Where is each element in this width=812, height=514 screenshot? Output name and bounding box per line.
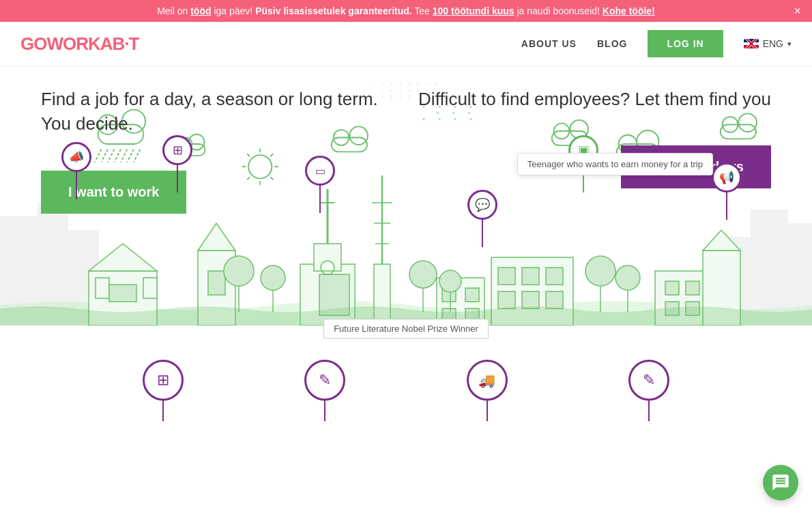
profile-card-2[interactable]: ✎ — [304, 360, 345, 421]
svg-rect-68 — [498, 291, 515, 309]
svg-rect-42 — [96, 278, 109, 298]
login-button[interactable]: LOG IN — [648, 30, 723, 57]
profile-card-4[interactable]: ✎ — [628, 360, 669, 421]
pin-grid-icon: ⊞ — [162, 135, 192, 192]
svg-rect-67 — [546, 268, 563, 285]
svg-rect-61 — [465, 288, 479, 302]
svg-rect-65 — [498, 268, 515, 285]
banner-link-jobs[interactable]: tööd — [190, 5, 211, 16]
profile-icon-2: ✎ — [304, 360, 345, 401]
pin-speaker-icon: 📢 — [712, 162, 742, 220]
svg-point-82 — [409, 261, 437, 288]
svg-rect-69 — [522, 291, 539, 309]
svg-point-80 — [261, 266, 285, 290]
profile-cards-row: ⊞ ✎ 🚚 ✎ — [0, 339, 812, 428]
chevron-down-icon: ▾ — [787, 40, 792, 48]
banner-close-button[interactable]: × — [794, 4, 801, 18]
banner-link-hours[interactable]: 100 töötundi kuus — [433, 5, 514, 16]
top-banner: Meil on tööd iga päev! Püsiv lisasissetu… — [0, 0, 812, 22]
svg-rect-72 — [665, 281, 679, 295]
svg-point-88 — [615, 266, 640, 290]
hero-right-title: Difficult to find employees? Let them fi… — [406, 87, 771, 111]
hero-scene: · · · · · · · · · · · · · · · · · · · × … — [0, 66, 812, 326]
pin-megaphone-icon: 📣 — [61, 142, 91, 199]
bottom-profiles: Future Literature Nobel Prize Winner ⊞ ✎… — [0, 326, 812, 428]
profile-icon-1: ⊞ — [143, 360, 184, 401]
svg-marker-46 — [198, 223, 235, 251]
svg-rect-49 — [314, 244, 341, 271]
tooltip-text: Teenager who wants to earn money for a t… — [517, 153, 713, 175]
flag-icon — [744, 39, 759, 48]
character-tooltip: Teenager who wants to earn money for a t… — [517, 153, 713, 175]
hero-left-content: Find a job for a day, a season or long t… — [41, 87, 406, 214]
svg-rect-73 — [686, 281, 699, 295]
profile-pin-4 — [648, 401, 650, 421]
profile-icon-4: ✎ — [628, 360, 669, 401]
language-label: ENG — [763, 38, 783, 49]
profile-pin-1 — [162, 401, 164, 421]
hero-text-overlay: Find a job for a day, a season or long t… — [0, 87, 812, 214]
profile-card-3[interactable]: 🚚 — [467, 360, 508, 421]
pin-archive-icon: ▭ — [305, 156, 335, 213]
main-nav: ABOUT US BLOG LOG IN ENG ▾ — [521, 30, 792, 57]
profile-pin-2 — [324, 401, 325, 421]
svg-rect-70 — [546, 291, 563, 309]
banner-text: Meil on tööd iga päev! Püsiv lisasissetu… — [157, 5, 655, 16]
svg-rect-47 — [208, 271, 225, 295]
logo[interactable]: GOWORKAB·T — [20, 33, 139, 55]
hero-section: · · · · · · · · · · · · · · · · · · · × … — [0, 66, 812, 462]
language-selector[interactable]: ENG ▾ — [744, 38, 792, 49]
nav-blog[interactable]: BLOG — [597, 38, 627, 49]
profile-card-1[interactable]: ⊞ — [143, 360, 184, 421]
future-label: Future Literature Nobel Prize Winner — [323, 319, 489, 339]
svg-rect-43 — [143, 278, 157, 298]
svg-rect-66 — [522, 268, 539, 285]
pin-chat-icon: 💬 — [467, 190, 497, 247]
hero-left-title: Find a job for a day, a season or long t… — [41, 87, 406, 137]
svg-point-78 — [224, 256, 254, 286]
profile-pin-3 — [487, 401, 488, 421]
header: GOWORKAB·T ABOUT US BLOG LOG IN ENG ▾ — [0, 22, 812, 66]
profile-icon-3: 🚚 — [467, 360, 508, 401]
banner-cta-link[interactable]: Kohe tööle! — [603, 5, 655, 16]
svg-rect-44 — [109, 285, 136, 302]
svg-point-84 — [439, 270, 461, 292]
nav-about[interactable]: ABOUT US — [521, 38, 577, 49]
svg-point-86 — [585, 256, 615, 286]
